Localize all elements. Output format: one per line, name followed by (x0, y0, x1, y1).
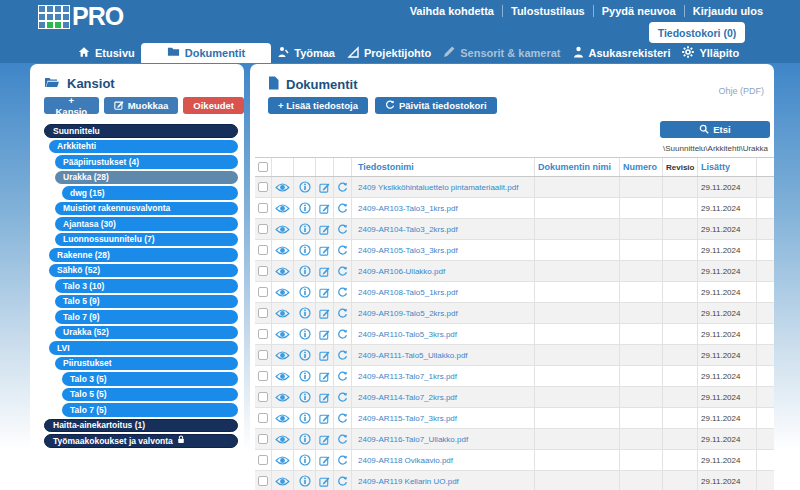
row-checkbox[interactable] (258, 182, 268, 192)
refresh-icon[interactable] (337, 371, 348, 382)
refresh-icon[interactable] (337, 203, 348, 214)
help-pdf-link[interactable]: Ohje (PDF) (718, 86, 764, 96)
folder-tree-item[interactable]: Talo 5 (9) (55, 295, 238, 309)
file-link[interactable]: 2409-AR116-Talo7_Ullakko.pdf (358, 435, 468, 444)
edit-icon[interactable] (319, 266, 330, 277)
refresh-icon[interactable] (337, 308, 348, 319)
row-checkbox[interactable] (258, 245, 268, 255)
add-folder-button[interactable]: + Kansio (44, 97, 99, 114)
folder-tree-item[interactable]: Ajantasa (30) (55, 217, 238, 231)
folder-tree-item[interactable]: Talo 7 (9) (55, 310, 238, 324)
preview-eye-icon[interactable] (275, 266, 290, 277)
edit-icon[interactable] (319, 308, 330, 319)
refresh-icon[interactable] (337, 287, 348, 298)
folder-tree-item[interactable]: Haitta-ainekartoitus (1) (44, 419, 238, 433)
refresh-icon[interactable] (337, 224, 348, 235)
folder-tree-item[interactable]: Talo 5 (5) (62, 388, 238, 402)
info-icon[interactable] (299, 307, 311, 319)
col-header-number[interactable]: Numero (620, 158, 663, 176)
info-icon[interactable] (299, 244, 311, 256)
link-pyyda-neuvoa[interactable]: Pyydä neuvoa (594, 5, 685, 17)
row-checkbox[interactable] (258, 266, 268, 276)
file-link[interactable]: 2409-AR110-Talo5_3krs.pdf (358, 330, 457, 339)
file-link[interactable]: 2409-AR105-Talo3_3krs.pdf (358, 246, 458, 255)
preview-eye-icon[interactable] (275, 287, 290, 298)
add-files-button[interactable]: + Lisää tiedostoja (268, 97, 368, 114)
select-all-checkbox[interactable] (258, 162, 268, 172)
edit-icon[interactable] (319, 434, 330, 445)
info-icon[interactable] (299, 370, 311, 382)
refresh-icon[interactable] (337, 245, 348, 256)
nav-asukasrekisteri[interactable]: Asukasrekisteri (567, 43, 677, 63)
app-logo[interactable]: PRO (38, 4, 123, 29)
refresh-icon[interactable] (337, 413, 348, 424)
folder-tree-item[interactable]: Sähkö (52) (49, 264, 238, 278)
row-checkbox[interactable] (258, 476, 268, 486)
nav-etusivu[interactable]: Etusivu (72, 43, 141, 63)
folder-tree-item[interactable]: Talo 3 (10) (55, 279, 238, 293)
col-header-added[interactable]: Lisätty (698, 158, 757, 176)
update-basket-button[interactable]: Päivitä tiedostokori (375, 97, 497, 114)
info-icon[interactable] (299, 328, 311, 340)
edit-icon[interactable] (319, 287, 330, 298)
folder-tree-item[interactable]: dwg (15) (62, 186, 238, 200)
edit-icon[interactable] (319, 371, 330, 382)
nav-tyomaa[interactable]: Työmaa (271, 43, 341, 63)
row-checkbox[interactable] (258, 224, 268, 234)
preview-eye-icon[interactable] (275, 350, 290, 361)
row-checkbox[interactable] (258, 329, 268, 339)
folder-tree-item[interactable]: LVI (49, 341, 238, 355)
file-link[interactable]: 2409-AR114-Talo7_2krs.pdf (358, 393, 457, 402)
row-checkbox[interactable] (258, 203, 268, 213)
refresh-icon[interactable] (337, 182, 348, 193)
preview-eye-icon[interactable] (275, 245, 290, 256)
preview-eye-icon[interactable] (275, 476, 290, 487)
preview-eye-icon[interactable] (275, 392, 290, 403)
edit-icon[interactable] (319, 455, 330, 466)
refresh-icon[interactable] (337, 476, 348, 487)
edit-icon[interactable] (319, 392, 330, 403)
folder-tree-item[interactable]: Talo 7 (5) (62, 403, 238, 417)
folder-tree-item[interactable]: Urakka (28) (55, 171, 238, 185)
edit-folders-button[interactable]: Muokkaa (104, 97, 179, 114)
info-icon[interactable] (299, 181, 311, 193)
link-vaihda-kohdetta[interactable]: Vaihda kohdetta (402, 5, 503, 17)
preview-eye-icon[interactable] (275, 434, 290, 445)
info-icon[interactable] (299, 349, 311, 361)
search-button[interactable]: Etsi (660, 121, 770, 138)
info-icon[interactable] (299, 202, 311, 214)
info-icon[interactable] (299, 391, 311, 403)
preview-eye-icon[interactable] (275, 371, 290, 382)
edit-icon[interactable] (319, 476, 330, 487)
edit-icon[interactable] (319, 245, 330, 256)
refresh-icon[interactable] (337, 392, 348, 403)
folder-tree-item[interactable]: Arkkitehti (49, 140, 238, 154)
edit-icon[interactable] (319, 182, 330, 193)
row-checkbox[interactable] (258, 434, 268, 444)
preview-eye-icon[interactable] (275, 308, 290, 319)
preview-eye-icon[interactable] (275, 182, 290, 193)
folder-tree-item[interactable]: Pääpiirustukset (4) (55, 155, 238, 169)
edit-icon[interactable] (319, 329, 330, 340)
folder-tree-item[interactable]: Talo 3 (5) (62, 372, 238, 386)
file-link[interactable]: 2409 Yksikköhintaluettelo pintamateriaal… (358, 183, 518, 192)
info-icon[interactable] (299, 475, 311, 487)
nav-dokumentit[interactable]: Dokumentit (141, 43, 272, 63)
link-kirjaudu-ulos[interactable]: Kirjaudu ulos (685, 5, 763, 17)
refresh-icon[interactable] (337, 434, 348, 445)
file-link[interactable]: 2409-AR108-Talo5_1krs.pdf (358, 288, 458, 297)
folder-tree-item[interactable]: Rakenne (28) (49, 248, 238, 262)
preview-eye-icon[interactable] (275, 455, 290, 466)
refresh-icon[interactable] (337, 350, 348, 361)
file-link[interactable]: 2409-AR113-Talo7_1krs.pdf (358, 372, 457, 381)
preview-eye-icon[interactable] (275, 329, 290, 340)
edit-icon[interactable] (319, 413, 330, 424)
file-link[interactable]: 2409-AR109-Talo5_2krs.pdf (358, 309, 458, 318)
edit-icon[interactable] (319, 224, 330, 235)
folder-tree-item[interactable]: Piirustukset (55, 357, 238, 371)
col-header-filename[interactable]: Tiedostonimi (352, 158, 535, 176)
file-link[interactable]: 2409-AR111-Talo5_Ullakko.pdf (358, 351, 468, 360)
refresh-icon[interactable] (337, 266, 348, 277)
nav-yllapito[interactable]: Ylläpito (676, 43, 745, 63)
file-link[interactable]: 2409-AR104-Talo3_2krs.pdf (358, 225, 458, 234)
